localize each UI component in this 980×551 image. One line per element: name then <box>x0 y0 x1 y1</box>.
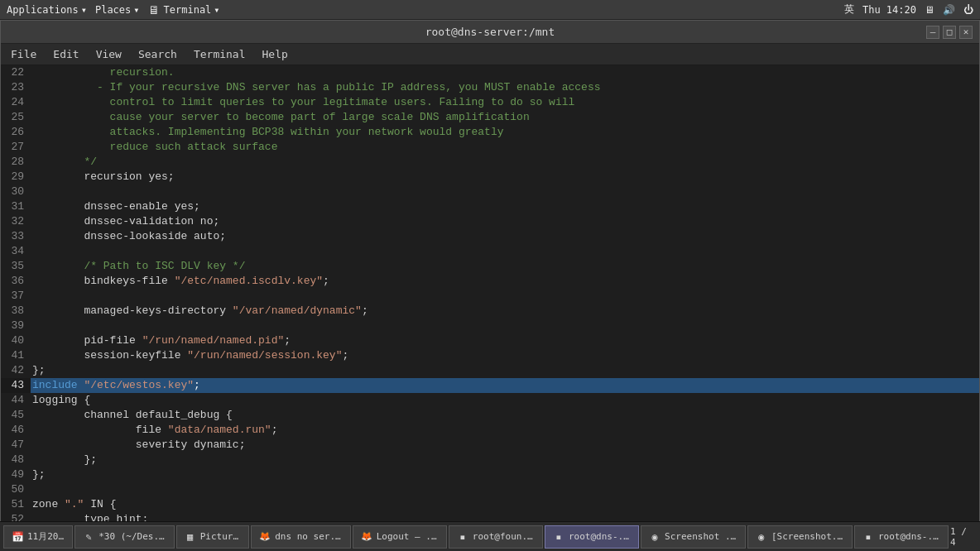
clock: Thu 14:20 <box>862 4 916 16</box>
code-line-42: 42 }; <box>1 363 979 378</box>
code-line-40: 40 pid-file "/run/named/named.pid"; <box>1 333 979 348</box>
des-icon: ✎ <box>82 530 95 544</box>
taskbar-screenshot2[interactable]: ◉ [Screenshot... <box>747 525 853 549</box>
dns-no-ser-icon: 🦊 <box>258 530 271 544</box>
title-bar: root@dns-server:/mnt – □ ✕ <box>1 21 979 44</box>
menu-bar: File Edit View Search Terminal Help <box>1 44 979 65</box>
code-line-25: 25 cause your server to become part of l… <box>1 110 979 125</box>
taskbar-logout-label: Logout – ... <box>377 531 440 542</box>
code-line-35: 35 /* Path to ISC DLV key */ <box>1 259 979 274</box>
code-line-22: 22 recursion. <box>1 65 979 80</box>
root-dns2-icon: ▪ <box>862 530 875 544</box>
code-line-38: 38 managed-keys-directory "/var/named/dy… <box>1 304 979 319</box>
code-line-43: 43 include "/etc/westos.key"; <box>1 378 979 393</box>
code-line-50: 50 <box>1 482 979 497</box>
menu-edit[interactable]: Edit <box>46 46 85 62</box>
code-line-48: 48 }; <box>1 453 979 467</box>
code-line-32: 32 dnssec-validation no; <box>1 214 979 229</box>
apps-arrow-icon: ▾ <box>81 4 87 16</box>
screenshot1-icon: ◉ <box>648 530 661 544</box>
workspace-nav: 1 / 4 <box>950 526 967 548</box>
terminal-menu[interactable]: 🖥 Terminal ▾ <box>148 3 220 17</box>
volume-icon: 🔊 <box>943 4 955 16</box>
taskbar-pictures[interactable]: ▦ Pictures <box>176 525 250 549</box>
taskbar-root-dns1[interactable]: ▪ root@dns-... <box>545 525 639 549</box>
code-line-23: 23 - If your recursive DNS server has a … <box>1 80 979 95</box>
code-line-44: 44 logging { <box>1 393 979 408</box>
taskbar-logout[interactable]: 🦊 Logout – ... <box>353 525 447 549</box>
code-line-45: 45 channel default_debug { <box>1 408 979 423</box>
places-menu[interactable]: Places ▾ <box>95 4 140 16</box>
taskbar: 📅 11月20日 ✎ *30 (~/Des... ▦ Pictures 🦊 dn… <box>0 521 980 551</box>
taskbar-dns-no-ser-label: dns no ser... <box>275 531 343 542</box>
maximize-button[interactable]: □ <box>943 26 956 39</box>
taskbar-root-foun[interactable]: ▪ root@foun... <box>449 525 543 549</box>
taskbar-pictures-label: Pictures <box>200 531 243 542</box>
taskbar-root-dns2-label: root@dns-... <box>878 531 941 542</box>
code-line-31: 31 dnssec-enable yes; <box>1 199 979 214</box>
taskbar-des-label: *30 (~/Des... <box>98 531 167 542</box>
places-arrow-icon: ▾ <box>133 4 139 16</box>
code-line-27: 27 reduce such attack surface <box>1 140 979 155</box>
menu-terminal[interactable]: Terminal <box>187 46 252 62</box>
taskbar-des[interactable]: ✎ *30 (~/Des... <box>74 525 175 549</box>
taskbar-root-foun-label: root@foun... <box>473 531 536 542</box>
applications-menu[interactable]: Applications ▾ <box>7 4 87 16</box>
code-line-51: 51 zone "." IN { <box>1 497 979 512</box>
menu-view[interactable]: View <box>89 46 128 62</box>
code-line-30: 30 <box>1 184 979 199</box>
taskbar-right: 1 / 4 <box>950 526 977 548</box>
terminal-arrow-icon: ▾ <box>214 4 219 16</box>
terminal-label: Terminal <box>164 4 212 16</box>
taskbar-dns-no-ser[interactable]: 🦊 dns no ser... <box>251 525 351 549</box>
code-line-36: 36 bindkeys-file "/etc/named.iscdlv.key"… <box>1 274 979 289</box>
root-foun-icon: ▪ <box>456 530 469 544</box>
applications-label: Applications <box>7 4 79 16</box>
code-line-49: 49 }; <box>1 467 979 482</box>
date-icon: 📅 <box>11 530 24 544</box>
taskbar-date[interactable]: 📅 11月20日 <box>3 525 73 549</box>
code-area: 22 recursion. 23 - If your recursive DNS… <box>1 65 979 551</box>
window-controls: – □ ✕ <box>926 26 973 39</box>
logout-icon: 🦊 <box>360 530 373 544</box>
screenshot2-icon: ◉ <box>755 530 768 544</box>
code-line-41: 41 session-keyfile "/run/named/session.k… <box>1 348 979 363</box>
code-line-26: 26 attacks. Implementing BCP38 within yo… <box>1 125 979 140</box>
system-bar: Applications ▾ Places ▾ 🖥 Terminal ▾ 英 T… <box>0 0 980 20</box>
screen-icon: 🖥 <box>925 4 934 16</box>
system-right: 英 Thu 14:20 🖥 🔊 ⏻ <box>844 2 973 17</box>
window-title: root@dns-server:/mnt <box>425 26 555 38</box>
menu-help[interactable]: Help <box>256 46 295 62</box>
code-line-37: 37 <box>1 289 979 304</box>
taskbar-screenshot1[interactable]: ◉ Screenshot ... <box>641 525 746 549</box>
code-line-24: 24 control to limit queries to your legi… <box>1 95 979 110</box>
taskbar-root-dns1-label: root@dns-... <box>569 531 632 542</box>
code-line-46: 46 file "data/named.run"; <box>1 423 979 438</box>
code-line-33: 33 dnssec-lookaside auto; <box>1 229 979 244</box>
close-button[interactable]: ✕ <box>959 26 973 39</box>
minimize-button[interactable]: – <box>926 26 939 39</box>
language-indicator: 英 <box>844 2 854 17</box>
power-icon: ⏻ <box>963 4 973 16</box>
menu-file[interactable]: File <box>4 46 43 62</box>
menu-search[interactable]: Search <box>132 46 184 62</box>
taskbar-screenshot2-label: [Screenshot... <box>771 531 845 542</box>
code-line-47: 47 severity dynamic; <box>1 438 979 453</box>
code-line-29: 29 recursion yes; <box>1 170 979 184</box>
places-label: Places <box>95 4 131 16</box>
code-line-39: 39 <box>1 319 979 333</box>
pictures-icon: ▦ <box>184 530 197 544</box>
root-dns1-icon: ▪ <box>552 530 565 544</box>
terminal-window: root@dns-server:/mnt – □ ✕ File Edit Vie… <box>0 20 980 551</box>
code-line-34: 34 <box>1 244 979 259</box>
taskbar-screenshot1-label: Screenshot ... <box>665 531 738 542</box>
code-line-28: 28 */ <box>1 155 979 170</box>
taskbar-date-label: 11月20日 <box>27 530 65 543</box>
taskbar-root-dns2[interactable]: ▪ root@dns-... <box>854 525 949 549</box>
